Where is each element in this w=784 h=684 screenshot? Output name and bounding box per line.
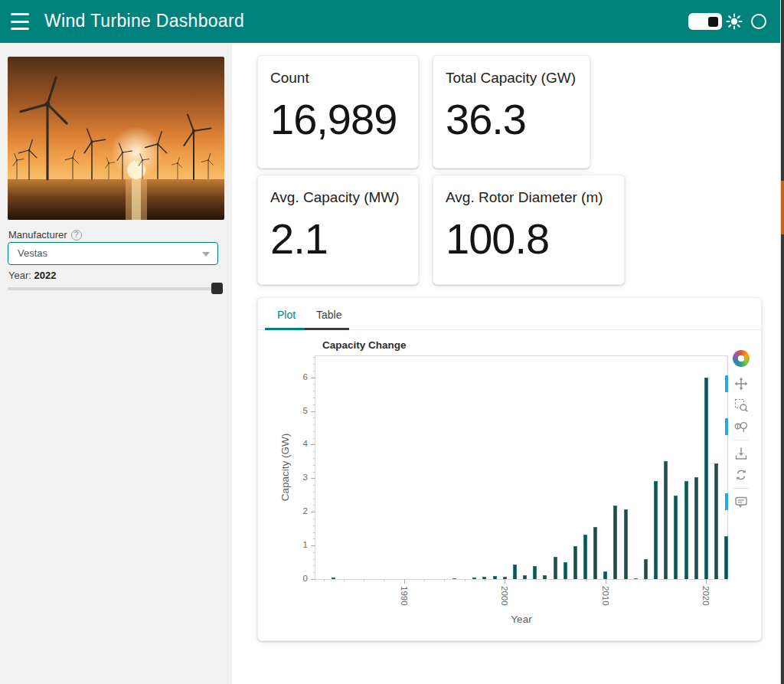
wheel-zoom-tool-icon[interactable] bbox=[732, 417, 750, 436]
y-minor-tick bbox=[313, 472, 315, 473]
chevron-down-icon bbox=[202, 252, 210, 257]
manufacturer-label-text: Manufacturer bbox=[8, 229, 67, 241]
y-major-tick bbox=[311, 411, 315, 412]
y-tick-label: 3 bbox=[283, 473, 308, 482]
sidebar-toggle-icon[interactable] bbox=[11, 13, 29, 30]
capacity-bar[interactable] bbox=[472, 578, 476, 579]
y-tick-label: 2 bbox=[283, 506, 308, 515]
y-minor-tick bbox=[313, 492, 315, 493]
capacity-bar[interactable] bbox=[332, 578, 335, 579]
x-major-tick bbox=[505, 579, 505, 584]
year-label-text: Year: bbox=[8, 270, 31, 281]
capacity-bar[interactable] bbox=[564, 562, 567, 579]
tab-active-underline bbox=[265, 328, 305, 330]
dark-mode-toggle[interactable] bbox=[688, 13, 722, 30]
window-edge-strip bbox=[781, 0, 784, 684]
capacity-bar[interactable] bbox=[664, 461, 668, 579]
value-box-title: Avg. Capacity (MW) bbox=[270, 189, 406, 206]
x-minor-tick bbox=[324, 579, 325, 581]
y-minor-tick bbox=[313, 532, 315, 533]
tab-table[interactable]: Table bbox=[316, 309, 341, 321]
y-minor-tick bbox=[313, 391, 315, 391]
x-minor-tick bbox=[344, 579, 345, 581]
capacity-bar[interactable] bbox=[513, 565, 517, 579]
y-minor-tick bbox=[313, 519, 315, 519]
x-minor-tick bbox=[565, 579, 566, 581]
capacity-bar[interactable] bbox=[583, 535, 587, 579]
capacity-bar[interactable] bbox=[613, 506, 617, 579]
x-tick-label: 2010 bbox=[599, 586, 611, 606]
capacity-bar[interactable] bbox=[493, 576, 497, 579]
year-slider[interactable] bbox=[8, 287, 223, 290]
chart-card: Plot Table Capacity Change Capacity (GW)… bbox=[257, 297, 762, 641]
x-minor-tick bbox=[666, 579, 667, 581]
capacity-bar[interactable] bbox=[684, 481, 688, 579]
y-minor-tick bbox=[313, 398, 315, 398]
value-box-avg-capacity: Avg. Capacity (MW) 2.1 bbox=[257, 175, 419, 285]
manufacturer-label: Manufacturer ? bbox=[8, 229, 82, 241]
active-tool-indicator bbox=[725, 418, 728, 435]
box-zoom-tool-icon[interactable] bbox=[732, 396, 750, 414]
x-major-tick bbox=[606, 579, 606, 584]
wind-turbine-dashboard: Wind Turbine Dashboard bbox=[0, 0, 784, 684]
y-major-tick bbox=[311, 378, 315, 378]
tab-plot[interactable]: Plot bbox=[277, 309, 296, 321]
save-tool-icon[interactable] bbox=[732, 444, 750, 463]
y-minor-tick bbox=[313, 424, 315, 425]
capacity-bar[interactable] bbox=[573, 546, 577, 579]
year-value-text: 2022 bbox=[34, 270, 57, 281]
y-minor-tick bbox=[313, 458, 315, 459]
y-minor-tick bbox=[313, 364, 315, 365]
y-minor-tick bbox=[313, 552, 315, 553]
capacity-bar[interactable] bbox=[644, 559, 648, 579]
capacity-bar[interactable] bbox=[554, 557, 557, 579]
bokeh-logo-icon[interactable] bbox=[733, 350, 750, 367]
y-tick-label: 0 bbox=[283, 574, 308, 583]
y-minor-tick bbox=[313, 499, 315, 499]
wind-farm-photo bbox=[8, 57, 224, 220]
capacity-bar[interactable] bbox=[634, 578, 638, 579]
y-major-tick bbox=[311, 545, 315, 546]
manufacturer-select[interactable]: Vestas bbox=[8, 242, 218, 265]
x-major-tick bbox=[404, 579, 405, 584]
x-minor-tick bbox=[485, 579, 485, 581]
sidebar: Manufacturer ? Vestas Year: 2022 bbox=[0, 43, 232, 684]
active-tool-indicator bbox=[725, 493, 728, 510]
value-box-title: Avg. Rotor Diameter (m) bbox=[446, 189, 612, 206]
capacity-bar[interactable] bbox=[603, 571, 607, 579]
y-minor-tick bbox=[313, 538, 315, 539]
plot-area[interactable]: 19902000201020200123456 bbox=[315, 355, 728, 580]
capacity-bar[interactable] bbox=[593, 527, 597, 579]
hover-tool-icon[interactable] bbox=[732, 493, 750, 511]
pan-tool-icon[interactable] bbox=[732, 375, 750, 393]
capacity-bar[interactable] bbox=[674, 496, 678, 579]
capacity-bar[interactable] bbox=[724, 536, 728, 579]
y-minor-tick bbox=[313, 565, 315, 566]
sun-icon bbox=[726, 13, 743, 30]
y-minor-tick bbox=[313, 465, 315, 466]
help-icon[interactable]: ? bbox=[71, 230, 82, 241]
x-minor-tick bbox=[626, 579, 626, 581]
capacity-bar[interactable] bbox=[694, 477, 698, 579]
value-box-title: Total Capacity (GW) bbox=[446, 70, 577, 87]
x-axis-title: Year bbox=[315, 614, 728, 625]
y-minor-tick bbox=[313, 417, 315, 418]
capacity-bar[interactable] bbox=[704, 378, 708, 579]
x-minor-tick bbox=[424, 579, 425, 581]
reset-tool-icon[interactable] bbox=[732, 466, 750, 484]
y-minor-tick bbox=[313, 404, 315, 405]
y-minor-tick bbox=[313, 572, 315, 573]
y-minor-tick bbox=[313, 431, 315, 432]
value-box-title: Count bbox=[270, 70, 406, 87]
x-minor-tick bbox=[686, 579, 687, 581]
value-box-total-capacity: Total Capacity (GW) 36.3 bbox=[433, 55, 590, 169]
y-minor-tick bbox=[313, 559, 315, 560]
y-tick-label: 4 bbox=[283, 439, 308, 448]
capacity-bar[interactable] bbox=[624, 509, 628, 579]
capacity-bar[interactable] bbox=[533, 566, 537, 579]
x-tick-label: 2020 bbox=[700, 586, 711, 606]
year-slider-handle[interactable] bbox=[211, 283, 223, 294]
capacity-bar[interactable] bbox=[452, 578, 456, 579]
capacity-bar[interactable] bbox=[714, 463, 718, 579]
capacity-bar[interactable] bbox=[654, 481, 658, 579]
